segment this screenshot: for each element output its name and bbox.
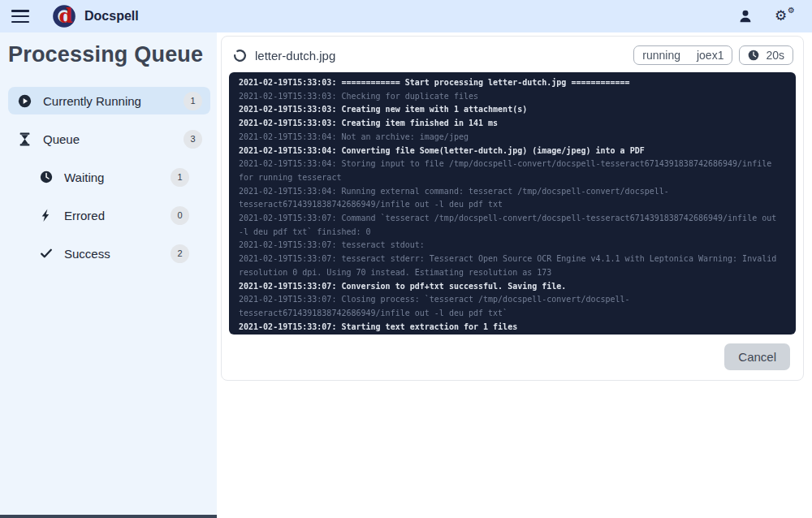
settings-gears-icon[interactable]: ⚙⚙	[775, 7, 794, 25]
log-line: 2021-02-19T15:33:04: Running external co…	[239, 185, 786, 212]
count-badge: 2	[171, 244, 189, 263]
hamburger-menu-icon[interactable]	[11, 10, 29, 23]
job-duration-badge: 20s	[739, 45, 793, 65]
sidebar-item-label: Errored	[64, 209, 105, 222]
log-line: 2021-02-19T15:33:07: Conversion to pdf+t…	[239, 280, 786, 294]
log-line: 2021-02-19T15:33:04: Not an archive: ima…	[239, 131, 786, 145]
count-badge: 3	[184, 130, 202, 149]
sidebar-item-currently-running[interactable]: Currently Running 1	[8, 87, 210, 114]
count-badge: 1	[171, 168, 189, 187]
log-console[interactable]: 2021-02-19T15:33:03: ============ Start …	[229, 72, 796, 335]
log-line: 2021-02-19T15:33:07: Command `tesseract …	[239, 212, 786, 239]
sidebar-item-errored[interactable]: Errored 0	[29, 201, 210, 229]
job-filename: letter-dutch.jpg	[255, 49, 335, 63]
spinner-icon	[233, 49, 247, 63]
log-line: 2021-02-19T15:33:03: Checking for duplic…	[239, 90, 786, 104]
user-icon[interactable]	[737, 8, 754, 24]
clock-icon	[748, 50, 759, 61]
app-title: Docspell	[84, 9, 139, 24]
cancel-button[interactable]: Cancel	[724, 343, 790, 370]
bolt-icon	[39, 209, 53, 222]
log-line: 2021-02-19T15:33:03: Creating new item w…	[239, 103, 786, 117]
log-line: 2021-02-19T15:33:03: ============ Start …	[239, 76, 786, 90]
sidebar-horizontal-scrollbar[interactable]	[0, 515, 217, 518]
job-duration: 20s	[766, 49, 784, 62]
log-line: 2021-02-19T15:33:04: Storing input to fi…	[239, 158, 786, 184]
sidebar: Processing Queue Currently Running 1 Que…	[0, 32, 217, 518]
main-content: letter-dutch.jpg runningjoex1 20s 2021-0…	[217, 32, 812, 518]
sidebar-item-label: Queue	[43, 132, 80, 146]
svg-text:d: d	[58, 4, 72, 28]
top-navbar: d Docspell ⚙⚙	[0, 0, 812, 32]
count-badge: 0	[171, 206, 189, 225]
job-card: letter-dutch.jpg runningjoex1 20s 2021-0…	[221, 36, 804, 381]
log-line: 2021-02-19T15:33:04: Converting file Som…	[239, 145, 786, 158]
sidebar-item-label: Success	[64, 247, 110, 261]
log-line: 2021-02-19T15:33:07: Closing process: `t…	[239, 293, 786, 320]
log-line: 2021-02-19T15:33:03: Creating item finis…	[239, 117, 786, 131]
log-line: 2021-02-19T15:33:07: tesseract stderr: T…	[239, 253, 786, 279]
sidebar-item-success[interactable]: Success 2	[29, 240, 210, 267]
log-line: 2021-02-19T15:33:07: Starting text extra…	[239, 321, 786, 335]
check-icon	[39, 247, 53, 261]
page-title: Processing Queue	[8, 42, 210, 67]
job-state: running	[642, 49, 680, 62]
hourglass-icon	[18, 132, 32, 146]
docspell-logo: d	[52, 4, 76, 28]
job-state-badge: runningjoex1	[633, 45, 732, 65]
job-card-footer: Cancel	[222, 335, 803, 380]
sidebar-item-waiting[interactable]: Waiting 1	[29, 163, 210, 191]
count-badge: 1	[184, 92, 202, 110]
sidebar-item-label: Waiting	[64, 171, 104, 184]
sidebar-item-queue[interactable]: Queue 3	[8, 125, 210, 153]
sidebar-item-label: Currently Running	[43, 94, 141, 108]
job-worker: joex1	[697, 49, 723, 62]
log-line: 2021-02-19T15:33:07: tesseract stdout:	[239, 239, 786, 253]
clock-icon	[39, 171, 53, 184]
job-card-header: letter-dutch.jpg runningjoex1 20s	[222, 37, 803, 72]
play-circle-icon	[18, 94, 32, 108]
